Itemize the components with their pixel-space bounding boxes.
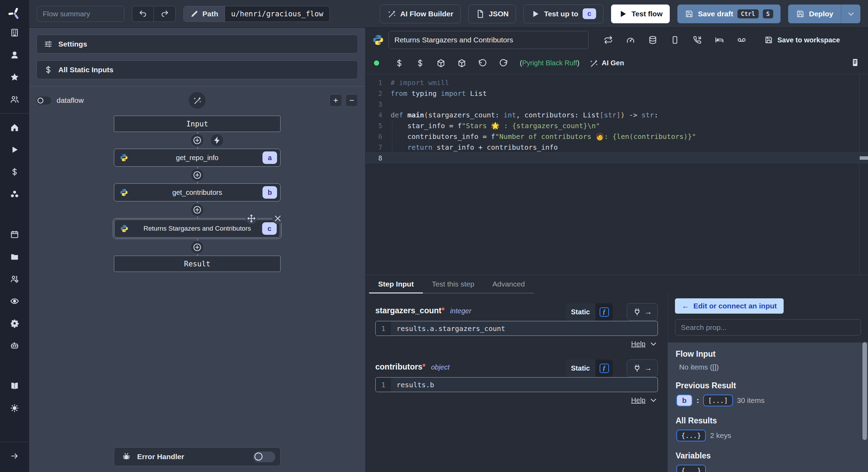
help-link[interactable]: Help: [631, 396, 645, 404]
sidebar-item-ai[interactable]: [7, 338, 22, 353]
path-chip[interactable]: Path u/henri/gracious_flow: [183, 6, 330, 22]
sidebar-item-favorites[interactable]: [7, 69, 22, 85]
ai-flow-builder-button[interactable]: AI Flow Builder: [380, 5, 461, 23]
add-step-button[interactable]: [191, 241, 204, 254]
sidebar-item-variables[interactable]: [7, 164, 22, 180]
chevron-down-icon[interactable]: [649, 339, 658, 348]
connect-panel-scrollbar[interactable]: [862, 342, 867, 440]
step-node-a[interactable]: get_repo_info a: [114, 149, 281, 167]
test-up-to-button[interactable]: Test up to c: [524, 5, 603, 23]
code-assistants-status[interactable]: (Pyright Black Ruff): [520, 59, 579, 67]
chevron-down-icon[interactable]: [649, 396, 658, 405]
step-node-b[interactable]: get_contributors b: [114, 183, 281, 201]
result-node[interactable]: Result: [114, 256, 281, 272]
package-icon[interactable]: [436, 59, 445, 68]
reset-icon[interactable]: [478, 59, 487, 68]
retries-icon[interactable]: [604, 35, 613, 44]
code-line-5[interactable]: 5 star_info = f"Stars 🌟 : {stargazers_co…: [366, 120, 868, 131]
test-flow-button[interactable]: Test flow: [611, 5, 670, 23]
deploy-dropdown-button[interactable]: [841, 5, 860, 23]
search-prop-input[interactable]: [675, 319, 861, 336]
trigger-button[interactable]: [210, 134, 224, 147]
code-editor[interactable]: 1# import wmill2from typing import List3…: [366, 74, 868, 275]
code-line-1[interactable]: 1# import wmill: [366, 77, 868, 88]
tab-test-this-step[interactable]: Test this step: [423, 275, 484, 293]
edit-or-connect-button[interactable]: ← Edit or connect an input: [675, 298, 784, 314]
reload-icon[interactable]: [499, 59, 508, 68]
sidebar-item-user[interactable]: [7, 47, 22, 63]
code-line-4[interactable]: 4def main(stargazers_count: int, contrib…: [366, 109, 868, 120]
step-title-input[interactable]: [389, 31, 589, 49]
path-value[interactable]: u/henri/gracious_flow: [225, 6, 330, 22]
redo-button[interactable]: [154, 6, 175, 22]
sidebar-item-audit-logs[interactable]: [7, 293, 22, 309]
code-line-3[interactable]: 3: [366, 99, 868, 109]
connect-input-button[interactable]: →: [627, 303, 658, 321]
package-icon[interactable]: [457, 59, 466, 68]
expression-editor[interactable]: 1 results.b: [375, 377, 658, 392]
sidebar-item-home[interactable]: [7, 120, 22, 135]
save-to-workspace-button[interactable]: Save to workspace: [764, 35, 840, 44]
all-static-inputs-button[interactable]: All Static Inputs: [36, 60, 358, 79]
sidebar-item-settings[interactable]: [7, 316, 22, 331]
move-step-handle[interactable]: [246, 213, 257, 224]
error-handler-node[interactable]: Error Handler: [114, 447, 281, 466]
sidebar-item-user-groups[interactable]: [7, 92, 22, 107]
all-results-preview-badge[interactable]: {...}: [676, 430, 706, 441]
input-node[interactable]: Input: [114, 116, 281, 132]
deploy-button[interactable]: Deploy: [788, 5, 841, 23]
delete-step-button[interactable]: [272, 213, 283, 224]
sleep-icon[interactable]: [715, 35, 724, 44]
sidebar-item-folders[interactable]: [7, 249, 22, 264]
tab-advanced[interactable]: Advanced: [483, 275, 534, 293]
concurrency-icon[interactable]: [626, 35, 635, 44]
sidebar-item-workers[interactable]: [7, 271, 22, 287]
error-handler-toggle[interactable]: [253, 452, 275, 462]
zoom-out-button[interactable]: −: [345, 94, 358, 107]
zoom-in-button[interactable]: +: [329, 94, 342, 107]
previous-result-key-badge[interactable]: b: [676, 395, 692, 406]
users-gear-icon: [10, 274, 19, 283]
suspend-icon[interactable]: [693, 35, 702, 44]
undo-button[interactable]: [132, 6, 154, 22]
sidebar-item-docs[interactable]: [7, 378, 22, 394]
add-step-button[interactable]: [191, 203, 204, 216]
windmill-logo-icon[interactable]: [7, 6, 23, 22]
cache-icon[interactable]: [648, 35, 657, 44]
flow-settings-button[interactable]: Settings: [36, 35, 358, 53]
json-button[interactable]: JSON: [468, 5, 516, 23]
code-line-7[interactable]: 7 return star_info + contributors_info: [366, 142, 868, 152]
add-step-button[interactable]: [191, 168, 204, 182]
sidebar-item-theme[interactable]: [7, 400, 22, 416]
sidebar-item-workspace[interactable]: [7, 25, 22, 40]
help-link[interactable]: Help: [631, 340, 645, 348]
variable-picker-icon[interactable]: [395, 59, 404, 68]
connect-input-button[interactable]: →: [627, 359, 658, 377]
variables-preview-badge[interactable]: {...}: [676, 465, 706, 472]
ai-gen-button[interactable]: AI Gen: [589, 59, 624, 68]
lifetime-icon[interactable]: [737, 35, 746, 44]
expression-editor[interactable]: 1 results.a.stargazers_count: [375, 321, 658, 336]
flow-summary-input[interactable]: [37, 6, 124, 22]
sidebar-item-resources[interactable]: [7, 187, 22, 202]
code-line-2[interactable]: 2from typing import List: [366, 88, 868, 99]
add-step-button[interactable]: [191, 134, 204, 147]
code-line-6[interactable]: 6 contributors_info = f"Number of contri…: [366, 131, 868, 142]
code-line-8[interactable]: 8: [366, 152, 868, 163]
dataflow-toggle[interactable]: [36, 97, 51, 105]
mock-icon[interactable]: [670, 35, 679, 44]
tab-step-input[interactable]: Step Input: [369, 275, 423, 293]
deploy-label: Deploy: [809, 10, 833, 18]
static-mode-button[interactable]: Static: [566, 308, 595, 316]
context-variable-icon[interactable]: [416, 59, 425, 68]
sidebar-item-expand-sidebar[interactable]: [7, 448, 22, 464]
previous-result-preview-badge[interactable]: [...]: [703, 395, 733, 406]
static-mode-button[interactable]: Static: [566, 364, 595, 372]
javascript-mode-button[interactable]: ƒ: [595, 303, 613, 321]
ai-wand-button[interactable]: [189, 92, 206, 109]
sidebar-item-runs[interactable]: [7, 142, 22, 157]
script-icon[interactable]: [851, 58, 860, 67]
save-draft-button[interactable]: Save draft Ctrl S: [677, 5, 781, 23]
sidebar-item-schedules[interactable]: [7, 227, 22, 242]
javascript-mode-button[interactable]: ƒ: [595, 359, 613, 377]
